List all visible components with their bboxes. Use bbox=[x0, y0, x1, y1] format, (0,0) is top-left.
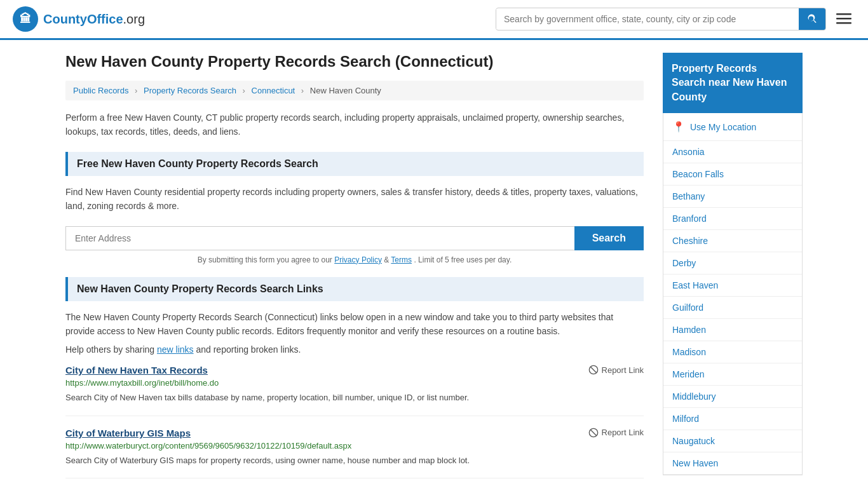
free-search-header: Free New Haven County Property Records S… bbox=[65, 152, 644, 176]
link-item-title-1[interactable]: City of Waterbury GIS Maps bbox=[65, 428, 191, 438]
sidebar-item-madison[interactable]: Madison bbox=[663, 341, 802, 363]
logo[interactable]: 🏛 CountyOffice.org bbox=[13, 6, 145, 32]
sidebar-item-new-haven[interactable]: New Haven bbox=[663, 452, 802, 474]
list-item: Cheshire bbox=[663, 230, 802, 252]
link-item-1: City of Waterbury GIS Maps Report Link h… bbox=[65, 428, 644, 479]
svg-line-6 bbox=[590, 367, 596, 373]
list-item: Derby bbox=[663, 252, 802, 274]
list-item: New Haven bbox=[663, 452, 802, 475]
form-disclaimer: By submitting this form you agree to our… bbox=[65, 255, 644, 264]
breadcrumb-property-records-search[interactable]: Property Records Search bbox=[144, 86, 236, 95]
sidebar-item-derby[interactable]: Derby bbox=[663, 252, 802, 274]
svg-rect-4 bbox=[836, 22, 851, 24]
link-desc-0: Search City of New Haven tax bills datab… bbox=[65, 391, 644, 404]
new-links-link[interactable]: new links bbox=[157, 344, 194, 355]
sidebar-header: Property Records Search near New Haven C… bbox=[663, 53, 803, 113]
report-link-button-1[interactable]: Report Link bbox=[588, 428, 644, 438]
sidebar-item-hamden[interactable]: Hamden bbox=[663, 319, 802, 341]
list-item: East Haven bbox=[663, 274, 802, 297]
list-item: Hamden bbox=[663, 319, 802, 341]
link-url-0[interactable]: https://www.mytaxbill.org/inet/bill/home… bbox=[65, 378, 644, 388]
link-item-title-0[interactable]: City of New Haven Tax Records bbox=[65, 365, 208, 376]
list-item: Naugatuck bbox=[663, 430, 802, 452]
link-url-1[interactable]: http://www.waterburyct.org/content/9569/… bbox=[65, 441, 644, 451]
use-my-location-button[interactable]: 📍 Use My Location bbox=[663, 113, 802, 141]
location-pin-icon: 📍 bbox=[672, 121, 685, 133]
global-search-bar[interactable] bbox=[496, 8, 826, 30]
link-item-0: City of New Haven Tax Records Report Lin… bbox=[65, 365, 644, 416]
sidebar-item-cheshire[interactable]: Cheshire bbox=[663, 230, 802, 252]
list-item: Meriden bbox=[663, 363, 802, 386]
list-item: Bethany bbox=[663, 186, 802, 208]
sidebar-item-meriden[interactable]: Meriden bbox=[663, 363, 802, 385]
address-search-row: Search bbox=[65, 226, 644, 250]
svg-line-8 bbox=[590, 430, 596, 435]
list-item: Middlebury bbox=[663, 386, 802, 408]
sidebar-item-bethany[interactable]: Bethany bbox=[663, 186, 802, 207]
address-input[interactable] bbox=[65, 226, 574, 250]
report-link-button-0[interactable]: Report Link bbox=[588, 365, 644, 375]
link-desc-1: Search City of Waterbury GIS maps for pr… bbox=[65, 454, 644, 467]
free-search-description: Find New Haven County residential proper… bbox=[65, 185, 644, 214]
list-item: Branford bbox=[663, 208, 802, 230]
link-item-header-1: City of Waterbury GIS Maps Report Link bbox=[65, 428, 644, 438]
page-title: New Haven County Property Records Search… bbox=[65, 53, 644, 71]
global-search-input[interactable] bbox=[496, 9, 799, 29]
address-search-button[interactable]: Search bbox=[574, 226, 644, 250]
breadcrumb: Public Records › Property Records Search… bbox=[65, 81, 644, 100]
main-content: New Haven County Property Records Search… bbox=[65, 53, 644, 488]
page-description: Perform a free New Haven County, CT publ… bbox=[65, 111, 644, 139]
sidebar-city-list: Ansonia Beacon Falls Bethany Branford Ch… bbox=[663, 141, 802, 475]
main-container: New Haven County Property Records Search… bbox=[53, 40, 815, 488]
site-header: 🏛 CountyOffice.org bbox=[0, 0, 868, 40]
sidebar-item-ansonia[interactable]: Ansonia bbox=[663, 141, 802, 163]
svg-text:🏛: 🏛 bbox=[20, 12, 31, 25]
list-item: Milford bbox=[663, 408, 802, 430]
share-text: Help others by sharing new links and rep… bbox=[65, 344, 644, 355]
sidebar-item-branford[interactable]: Branford bbox=[663, 208, 802, 229]
breadcrumb-connecticut[interactable]: Connecticut bbox=[252, 86, 295, 95]
sidebar-item-middlebury[interactable]: Middlebury bbox=[663, 386, 802, 407]
sidebar-item-guilford[interactable]: Guilford bbox=[663, 297, 802, 318]
sidebar: Property Records Search near New Haven C… bbox=[663, 53, 803, 488]
privacy-policy-link[interactable]: Privacy Policy bbox=[334, 255, 382, 264]
breadcrumb-public-records[interactable]: Public Records bbox=[73, 86, 128, 95]
sidebar-content: 📍 Use My Location Ansonia Beacon Falls B… bbox=[663, 113, 803, 475]
global-search-button[interactable] bbox=[799, 8, 825, 30]
svg-rect-2 bbox=[836, 13, 851, 15]
header-right bbox=[496, 7, 855, 32]
sidebar-item-beacon-falls[interactable]: Beacon Falls bbox=[663, 163, 802, 185]
sidebar-item-milford[interactable]: Milford bbox=[663, 408, 802, 430]
list-item: Guilford bbox=[663, 297, 802, 319]
sidebar-item-east-haven[interactable]: East Haven bbox=[663, 274, 802, 296]
links-section-header: New Haven County Property Records Search… bbox=[65, 277, 644, 301]
links-section: New Haven County Property Records Search… bbox=[65, 277, 644, 479]
list-item: Ansonia bbox=[663, 141, 802, 163]
list-item: Madison bbox=[663, 341, 802, 363]
sidebar-item-naugatuck[interactable]: Naugatuck bbox=[663, 430, 802, 452]
terms-link[interactable]: Terms bbox=[391, 255, 412, 264]
logo-text: CountyOffice.org bbox=[43, 12, 145, 27]
hamburger-menu-button[interactable] bbox=[832, 7, 855, 32]
links-description: The New Haven County Property Records Se… bbox=[65, 310, 644, 339]
link-item-header-0: City of New Haven Tax Records Report Lin… bbox=[65, 365, 644, 376]
svg-rect-3 bbox=[836, 18, 851, 20]
breadcrumb-current: New Haven County bbox=[310, 86, 381, 95]
list-item: Beacon Falls bbox=[663, 163, 802, 186]
free-search-section: Free New Haven County Property Records S… bbox=[65, 152, 644, 264]
